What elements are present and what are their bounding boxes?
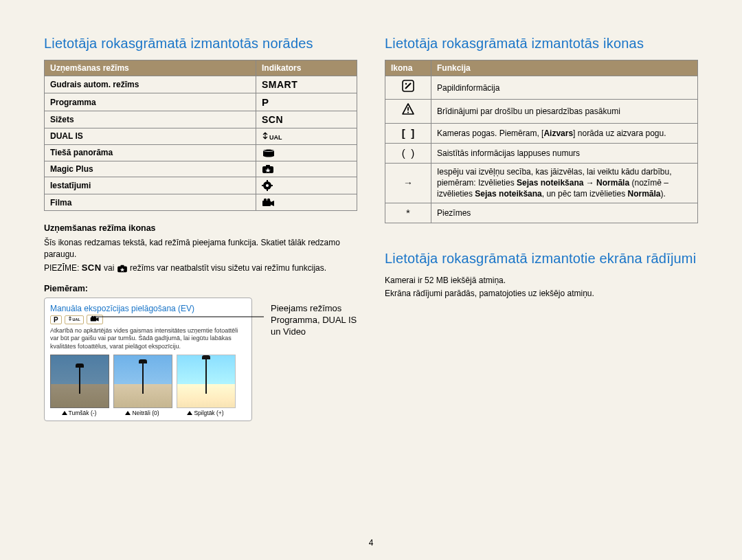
table-row: Programma P: [45, 93, 357, 111]
svg-point-11: [267, 199, 270, 201]
mode-name: Programma: [45, 93, 256, 111]
th-mode: Uzņemšanas režīms: [45, 60, 256, 76]
triangle-icon: [187, 411, 192, 415]
function-text: Saistītās informācijas lappuses numurs: [431, 143, 698, 163]
th-icon: Ikona: [385, 60, 431, 76]
magic-plus-icon: [117, 265, 128, 273]
svg-text:UAL: UAL: [72, 317, 80, 321]
triangle-icon: [125, 411, 131, 415]
function-text: Iespēju vai izvēļņu secība, kas jāizvēla…: [431, 164, 698, 203]
example-description: Atkarībā no apkārtējās vides gaismas int…: [50, 327, 246, 350]
video-icon: [262, 198, 276, 208]
annotation-text: Pieejams režīmos Programma, DUAL IS un V…: [271, 303, 367, 338]
warning-icon: [401, 102, 415, 116]
icon-cell: [385, 100, 431, 123]
th-indicator: Indikators: [256, 60, 357, 76]
svg-text:UAL: UAL: [269, 134, 282, 141]
manual-page: Lietotāja rokasgrāmatā izmantotās norāde…: [0, 0, 742, 560]
mode-name: Filma: [45, 194, 256, 211]
heading-icons: Lietotāja rokasgrāmatā izmantotās ikonas: [385, 36, 698, 52]
table-row: DUAL IS UAL: [45, 128, 357, 145]
example-thumbnails: Tumšāk (-) Neitrāli (0) Spilgtāk (+): [50, 355, 246, 416]
mode-name: Magic Plus: [45, 161, 256, 177]
mode-indicator: [256, 144, 357, 161]
table-row: Sižets SCN: [45, 111, 357, 128]
mode-indicator: SCN: [256, 111, 357, 128]
left-column: Lietotāja rokasgrāmatā izmantotās norāde…: [44, 36, 357, 546]
thumb-image: [50, 355, 109, 408]
function-text: Papildinformācija: [431, 76, 698, 100]
table-row: Papildinformācija: [385, 76, 698, 100]
mode-name: Sižets: [45, 111, 256, 128]
mode-name: Tiešā panorāma: [45, 144, 256, 161]
svg-rect-6: [267, 189, 268, 191]
svg-point-4: [266, 184, 269, 187]
right-column: Lietotāja rokasgrāmatā izmantotās ikonas…: [385, 36, 698, 546]
paragraph: Kamerai ir 52 MB iekšējā atmiņa.: [385, 275, 698, 287]
svg-rect-8: [271, 185, 273, 186]
info-note-icon: [401, 79, 415, 93]
icon-cell: [385, 76, 431, 100]
icon-functions-table: Ikona Funkcija Papildinformācija: [385, 60, 698, 223]
mode-name: Gudrais autom. režīms: [45, 76, 256, 93]
mode-indicator: SMART: [256, 76, 357, 93]
icon-cell: ( ): [385, 143, 431, 163]
svg-rect-2: [266, 165, 270, 167]
svg-rect-9: [262, 201, 271, 206]
table-row: Iestatījumi: [45, 177, 357, 194]
note-paragraph: PIEZĪME: SCN vai režīms var neatbalstīt …: [44, 262, 357, 274]
mode-indicator: UAL: [256, 128, 357, 145]
magic-plus-icon: [262, 164, 274, 174]
icon-cell: [ ]: [385, 123, 431, 143]
svg-rect-5: [267, 180, 268, 182]
tag-p: P: [50, 315, 62, 324]
gear-icon: [262, 180, 273, 191]
paragraph: Ekrāna rādījumi parādās, pamatojoties uz…: [385, 288, 698, 300]
function-text: Piezīmes: [431, 203, 698, 223]
thumb-image: [177, 355, 236, 408]
example-label: Piemēram:: [44, 284, 357, 293]
table-row: Tiešā panorāma: [45, 144, 357, 161]
subheading-mode-icons: Uzņemšanas režīma ikonas: [44, 223, 357, 233]
table-row: Gudrais autom. režīms SMART: [45, 76, 357, 93]
mode-name: DUAL IS: [45, 128, 256, 145]
svg-point-10: [264, 199, 267, 201]
svg-point-23: [407, 112, 409, 113]
icon-cell: *: [385, 203, 431, 223]
heading-screen-displays: Lietotāja rokasgrāmatā izmantotie ekrāna…: [385, 251, 698, 267]
mode-indicator: [256, 161, 357, 177]
paragraph: Šīs ikonas redzamas tekstā, kad režīmā p…: [44, 237, 357, 260]
shooting-modes-table: Uzņemšanas režīms Indikators Gudrais aut…: [44, 60, 357, 211]
panorama-icon: [262, 148, 276, 158]
function-text: Brīdinājumi par drošību un piesardzības …: [431, 100, 698, 123]
table-row: [ ] Kameras pogas. Piemēram, [Aizvars] n…: [385, 123, 698, 143]
page-number: 4: [369, 538, 374, 548]
thumb-neutral: Neitrāli (0): [113, 355, 171, 416]
icon-cell: →: [385, 164, 431, 203]
table-row: Magic Plus: [45, 161, 357, 177]
mode-name: Iestatījumi: [45, 177, 256, 194]
mode-indicator: P: [256, 93, 357, 111]
table-row: ( ) Saistītās informācijas lappuses numu…: [385, 143, 698, 163]
mode-indicator: [256, 194, 357, 211]
svg-rect-7: [262, 185, 264, 186]
heading-indications: Lietotāja rokasgrāmatā izmantotās norāde…: [44, 36, 357, 52]
thumb-darker: Tumšāk (-): [50, 355, 108, 416]
triangle-icon: [62, 411, 67, 415]
svg-rect-13: [120, 265, 124, 267]
th-function: Funkcija: [431, 60, 698, 76]
svg-point-21: [405, 83, 407, 85]
table-row: Filma: [45, 194, 357, 211]
table-row: → Iespēju vai izvēļņu secība, kas jāizvē…: [385, 164, 698, 203]
function-text: Kameras pogas. Piemēram, [Aizvars] norād…: [431, 123, 698, 143]
thumb-brighter: Spilgtāk (+): [177, 355, 234, 416]
dual-is-icon: UAL: [262, 132, 282, 142]
annotation-connector: [92, 311, 271, 322]
mode-indicator: [256, 177, 357, 194]
thumb-image: [113, 355, 172, 408]
tag-dual-is: UAL: [65, 315, 84, 324]
table-row: Brīdinājumi par drošību un piesardzības …: [385, 100, 698, 123]
table-row: * Piezīmes: [385, 203, 698, 223]
